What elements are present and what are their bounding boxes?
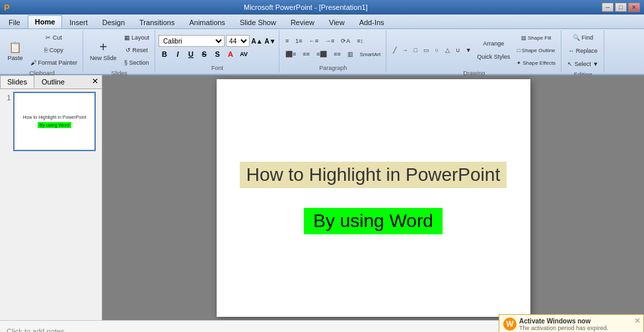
format-painter-button[interactable]: 🖌 Format Painter (28, 57, 80, 69)
para-row-2: ⬛≡ ≡≡ ≡⬛ ≡≡ ▥ SmartArt (283, 48, 383, 60)
numbering-button[interactable]: 1≡ (293, 35, 304, 47)
tab-file[interactable]: File (1, 16, 28, 28)
bullets-button[interactable]: ≡ (283, 35, 291, 47)
tab-animations[interactable]: Animations (182, 16, 232, 28)
shape-more-button[interactable]: ▼ (464, 44, 473, 56)
shape-curve-button[interactable]: ∪ (453, 44, 462, 56)
shape-line-button[interactable]: ╱ (390, 44, 399, 56)
font-grow-button[interactable]: A▲ (251, 35, 263, 47)
align-left-button[interactable]: ⬛≡ (283, 48, 299, 60)
layout-button[interactable]: ▦ Layout (122, 32, 153, 44)
shape-rounded-button[interactable]: ▭ (421, 44, 431, 56)
tab-design[interactable]: Design (95, 16, 132, 28)
left-panel: Slides Outline ✕ 1 How to Highlight in P… (0, 75, 102, 320)
font-row-1: Calibri 44 A▲ A▼ (159, 35, 276, 47)
tab-transitions[interactable]: Transitions (132, 16, 182, 28)
drawing-content: ╱ → □ ▭ ○ △ ∪ ▼ Arrange Quick Styles ▧ S… (390, 32, 558, 69)
shape-oval-button[interactable]: ○ (432, 44, 441, 56)
align-text-button[interactable]: ≡↕ (354, 35, 366, 47)
select-button[interactable]: ↖ Select ▼ (565, 58, 601, 70)
justify-button[interactable]: ≡≡ (331, 48, 343, 60)
shape-rect-button[interactable]: □ (411, 44, 420, 56)
font-size-select[interactable]: 44 (226, 35, 250, 47)
paste-button[interactable]: 📋 Paste (4, 37, 26, 63)
align-center-button[interactable]: ≡≡ (300, 48, 312, 60)
convert-smartart-button[interactable]: SmartArt (357, 48, 384, 60)
paragraph-label: Paragraph (319, 65, 347, 71)
shape-arrow-button[interactable]: → (400, 44, 410, 56)
shape-outline-button[interactable]: □ Shape Outline (514, 44, 558, 56)
shadow-button[interactable]: S (211, 48, 223, 60)
app-icon: P (4, 3, 10, 13)
find-button[interactable]: 🔍 Find (565, 32, 601, 44)
increase-indent-button[interactable]: →≡ (322, 35, 337, 47)
tab-review[interactable]: Review (283, 16, 322, 28)
clipboard-content: 📋 Paste ✂ Cut ⎘ Copy 🖌 Format Painter (4, 32, 80, 69)
char-spacing-button[interactable]: AV (238, 48, 250, 60)
para-row-1: ≡ 1≡ ←≡ →≡ ⟳A ≡↕ (283, 35, 383, 47)
tab-home[interactable]: Home (28, 15, 63, 28)
font-color-button[interactable]: A (225, 48, 236, 60)
ribbon-group-font: Calibri 44 A▲ A▼ B I U S S A AV (156, 30, 279, 73)
ribbon: 📋 Paste ✂ Cut ⎘ Copy 🖌 Format Painter Cl… (0, 29, 644, 75)
maximize-button[interactable]: □ (615, 3, 627, 12)
thumb-number: 1 (3, 92, 11, 151)
title-bar-left: P (4, 3, 10, 13)
slide-thumbnail[interactable]: How to Highlight in PowerPoint By using … (13, 92, 96, 151)
tab-outline-panel[interactable]: Outline (34, 75, 72, 88)
tab-slides-panel[interactable]: Slides (0, 75, 34, 88)
paragraph-content: ≡ 1≡ ←≡ →≡ ⟳A ≡↕ ⬛≡ ≡≡ ≡⬛ ≡≡ ▥ SmartArt (283, 32, 383, 63)
main-area: Slides Outline ✕ 1 How to Highlight in P… (0, 75, 644, 320)
activate-close-button[interactable]: ✕ (634, 316, 641, 325)
reset-button[interactable]: ↺ Reset (122, 44, 153, 56)
activate-title: Activate Windows now (519, 317, 639, 325)
copy-button[interactable]: ⎘ Copy (28, 44, 80, 56)
ribbon-group-drawing: ╱ → □ ▭ ○ △ ∪ ▼ Arrange Quick Styles ▧ S… (387, 30, 561, 73)
slide-main-title[interactable]: How to Highlight in PowerPoint (240, 162, 507, 188)
font-row-2: B I U S S A AV (159, 48, 276, 60)
tab-insert[interactable]: Insert (62, 16, 95, 28)
quick-styles-button[interactable]: Quick Styles (474, 51, 513, 63)
slide-subtitle[interactable]: By using Word (304, 208, 443, 234)
font-label: Font (211, 65, 223, 71)
slide-canvas[interactable]: How to Highlight in PowerPoint By using … (217, 79, 530, 317)
activate-windows-icon: W (503, 317, 517, 331)
bold-button[interactable]: B (159, 48, 170, 60)
font-name-select[interactable]: Calibri (159, 35, 225, 47)
font-shrink-button[interactable]: A▼ (264, 35, 276, 47)
shape-fill-button[interactable]: ▧ Shape Fill (514, 32, 558, 44)
decrease-indent-button[interactable]: ←≡ (306, 35, 321, 47)
paste-icon: 📋 (7, 39, 23, 55)
activate-windows-popup: W Activate Windows now The activation pe… (499, 314, 644, 332)
ribbon-tabs: File Home Insert Design Transitions Anim… (0, 15, 644, 29)
ribbon-group-paragraph: ≡ 1≡ ←≡ →≡ ⟳A ≡↕ ⬛≡ ≡≡ ≡⬛ ≡≡ ▥ SmartArt … (280, 30, 386, 73)
add-notes-text: Click to add notes (7, 327, 64, 333)
slide-thumbnails: 1 How to Highlight in PowerPoint By usin… (0, 89, 102, 320)
tab-slideshow[interactable]: Slide Show (233, 16, 283, 28)
activate-text-area: Activate Windows now The activation peri… (519, 317, 639, 332)
italic-button[interactable]: I (172, 48, 184, 60)
ribbon-group-slides: + New Slide ▦ Layout ↺ Reset § Section S… (84, 30, 155, 73)
align-right-button[interactable]: ≡⬛ (314, 48, 330, 60)
title-bar: P Microsoft PowerPoint - [Presentation1]… (0, 0, 644, 15)
text-direction-button[interactable]: ⟳A (338, 35, 353, 47)
strikethrough-button[interactable]: S (198, 48, 210, 60)
underline-button[interactable]: U (185, 48, 197, 60)
slide-area: How to Highlight in PowerPoint By using … (102, 75, 644, 320)
minimize-button[interactable]: ─ (602, 3, 614, 12)
title-bar-title: Microsoft PowerPoint - [Presentation1] (10, 3, 602, 11)
close-button[interactable]: ✕ (628, 3, 640, 12)
tab-view[interactable]: View (322, 16, 352, 28)
shape-effects-button[interactable]: ✦ Shape Effects (514, 57, 558, 69)
new-slide-button[interactable]: + New Slide (87, 37, 120, 63)
new-slide-label: New Slide (90, 55, 117, 61)
cut-button[interactable]: ✂ Cut (28, 32, 80, 44)
section-button[interactable]: § Section (122, 57, 153, 69)
shape-triangle-button[interactable]: △ (443, 44, 452, 56)
tab-addins[interactable]: Add-Ins (352, 16, 392, 28)
replace-button[interactable]: ↔ Replace (565, 45, 601, 57)
panel-close-button[interactable]: ✕ (89, 75, 102, 88)
arrange-button[interactable]: Arrange (474, 38, 513, 50)
columns-button[interactable]: ▥ (345, 48, 356, 60)
activate-body: The activation period has expired. (519, 325, 639, 331)
